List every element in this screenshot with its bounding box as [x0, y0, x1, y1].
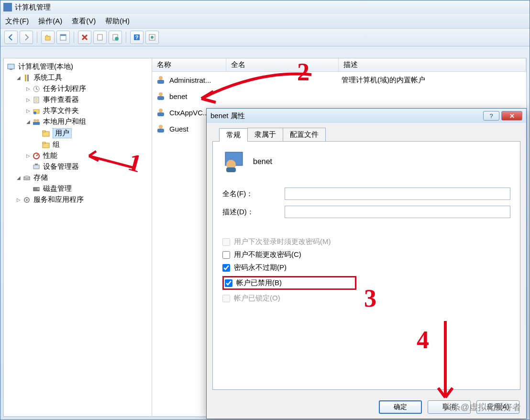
- svg-point-40: [159, 125, 163, 129]
- svg-rect-27: [35, 164, 38, 165]
- tree-performance[interactable]: ▷ 性能: [6, 150, 150, 161]
- tree-local-users[interactable]: ◢ 本地用户和组: [6, 116, 150, 127]
- menu-view[interactable]: 查看(V): [72, 17, 96, 26]
- svg-point-17: [33, 111, 36, 114]
- user-icon: [155, 90, 166, 102]
- fullname-input[interactable]: [285, 188, 510, 200]
- account-disabled-row[interactable]: 帐户已禁用(B): [222, 276, 356, 290]
- account-disabled-checkbox[interactable]: [225, 279, 232, 287]
- col-description[interactable]: 描述: [339, 58, 526, 71]
- tree-pane[interactable]: 计算机管理(本地) ◢ 系统工具 ▷ 任务计划程序 ▷ 事件查看器 ▷ 共享文件…: [4, 58, 152, 416]
- locked-row: 帐户已锁定(O): [222, 294, 510, 303]
- expander-icon[interactable]: ▷: [25, 97, 32, 102]
- refresh-button[interactable]: [109, 31, 122, 44]
- users-group-icon: [32, 118, 41, 126]
- window-title: 计算机管理: [15, 3, 51, 12]
- tab-general[interactable]: 常规: [219, 128, 248, 142]
- tabstrip: 常规 隶属于 配置文件: [207, 123, 526, 141]
- separator: [37, 32, 37, 43]
- must-change-row: 用户下次登录时须更改密码(M): [222, 237, 510, 246]
- tree-groups[interactable]: 组: [6, 139, 150, 150]
- export-button[interactable]: [93, 31, 107, 44]
- expander-icon[interactable]: ◢: [25, 119, 32, 124]
- svg-point-31: [37, 188, 39, 190]
- expander-icon[interactable]: ▷: [25, 108, 32, 113]
- description-row: 描述(D)：: [222, 206, 510, 218]
- tree-root[interactable]: 计算机管理(本地): [6, 61, 150, 72]
- menu-help[interactable]: 帮助(H): [105, 17, 130, 26]
- separator: [126, 32, 126, 43]
- svg-rect-12: [25, 75, 26, 81]
- dialog-body: 常规 隶属于 配置文件 benet 全名(F)： 描述(D)：: [207, 123, 526, 419]
- tab-panel-general: benet 全名(F)： 描述(D)： 用户下次登录时须更改密码(M): [212, 141, 520, 390]
- close-button[interactable]: ✕: [501, 111, 522, 121]
- svg-rect-3: [98, 34, 102, 40]
- description-input[interactable]: [285, 206, 510, 218]
- tab-member-of[interactable]: 隶属于: [247, 128, 283, 141]
- forward-button[interactable]: [20, 31, 33, 44]
- user-icon: [155, 74, 166, 86]
- col-fullname[interactable]: 全名: [226, 58, 339, 71]
- back-button[interactable]: [4, 31, 18, 44]
- expander-icon[interactable]: ◢: [15, 75, 22, 80]
- tree-task-scheduler[interactable]: ▷ 任务计划程序: [6, 83, 150, 94]
- expander-icon[interactable]: ▷: [25, 153, 32, 158]
- action-button[interactable]: [145, 31, 159, 44]
- never-expire-row[interactable]: 密码永不过期(P): [222, 263, 510, 272]
- dialog-title: benet 属性: [210, 111, 245, 121]
- col-name[interactable]: 名称: [152, 58, 226, 71]
- list-item[interactable]: benet: [152, 88, 526, 104]
- menubar: 文件(F) 操作(A) 查看(V) 帮助(H): [0, 14, 530, 28]
- delete-button[interactable]: [78, 31, 91, 44]
- svg-point-5: [115, 37, 119, 41]
- main-window: 计算机管理 文件(F) 操作(A) 查看(V) 帮助(H) ? 计算机管理(本地…: [0, 0, 530, 420]
- tree-device-manager[interactable]: 设备管理器: [6, 161, 150, 172]
- ok-button[interactable]: 确定: [379, 400, 422, 414]
- description-label: 描述(D)：: [222, 208, 285, 217]
- list-item[interactable]: Administrat... 管理计算机(域)的内置帐户: [152, 72, 526, 88]
- separator: [74, 32, 74, 43]
- titlebar: 计算机管理: [0, 0, 530, 14]
- tree-disk-management[interactable]: 磁盘管理: [6, 183, 150, 194]
- watermark: 头条@虚拟化爱好者: [443, 401, 521, 413]
- properties-dialog: benet 属性 ? ✕ 常规 隶属于 配置文件 benet 全名(F)：: [206, 108, 527, 419]
- svg-rect-2: [60, 34, 66, 36]
- expander-icon[interactable]: ▷: [15, 197, 22, 202]
- svg-point-34: [159, 76, 163, 80]
- up-button[interactable]: [41, 31, 55, 44]
- tree-storage[interactable]: ◢ 存储: [6, 172, 150, 183]
- tree-shared-folders[interactable]: ▷ 共享文件夹: [6, 105, 150, 116]
- tab-profile[interactable]: 配置文件: [283, 128, 326, 141]
- dialog-titlebar[interactable]: benet 属性 ? ✕: [207, 109, 526, 123]
- cannot-change-row[interactable]: 用户不能更改密码(C): [222, 250, 510, 259]
- help-button[interactable]: ?: [483, 111, 499, 121]
- properties-button[interactable]: [56, 31, 70, 44]
- help-button[interactable]: ?: [130, 31, 144, 44]
- tree-system-tools[interactable]: ◢ 系统工具: [6, 72, 150, 83]
- menu-action[interactable]: 操作(A): [38, 17, 62, 26]
- tree-users[interactable]: 用户: [6, 127, 150, 139]
- performance-icon: [32, 152, 41, 160]
- locked-checkbox: [222, 295, 230, 302]
- svg-rect-13: [27, 75, 29, 81]
- svg-rect-11: [10, 69, 12, 70]
- cannot-change-checkbox[interactable]: [222, 251, 230, 259]
- svg-point-19: [36, 119, 39, 122]
- svg-rect-37: [157, 96, 164, 100]
- svg-rect-10: [8, 64, 14, 69]
- svg-point-18: [33, 119, 36, 122]
- svg-point-38: [159, 109, 163, 112]
- device-icon: [32, 163, 41, 171]
- never-expire-checkbox[interactable]: [222, 264, 230, 272]
- tree-services[interactable]: ▷ 服务和应用程序: [6, 194, 150, 205]
- tree-event-viewer[interactable]: ▷ 事件查看器: [6, 94, 150, 105]
- shared-folder-icon: [32, 107, 41, 115]
- must-change-checkbox: [222, 238, 230, 246]
- svg-point-33: [26, 199, 28, 201]
- disk-icon: [32, 185, 41, 193]
- expander-icon[interactable]: ◢: [15, 175, 22, 180]
- user-icon: [155, 123, 166, 134]
- expander-icon[interactable]: ▷: [25, 86, 32, 91]
- computer-icon: [7, 63, 16, 71]
- menu-file[interactable]: 文件(F): [5, 17, 29, 26]
